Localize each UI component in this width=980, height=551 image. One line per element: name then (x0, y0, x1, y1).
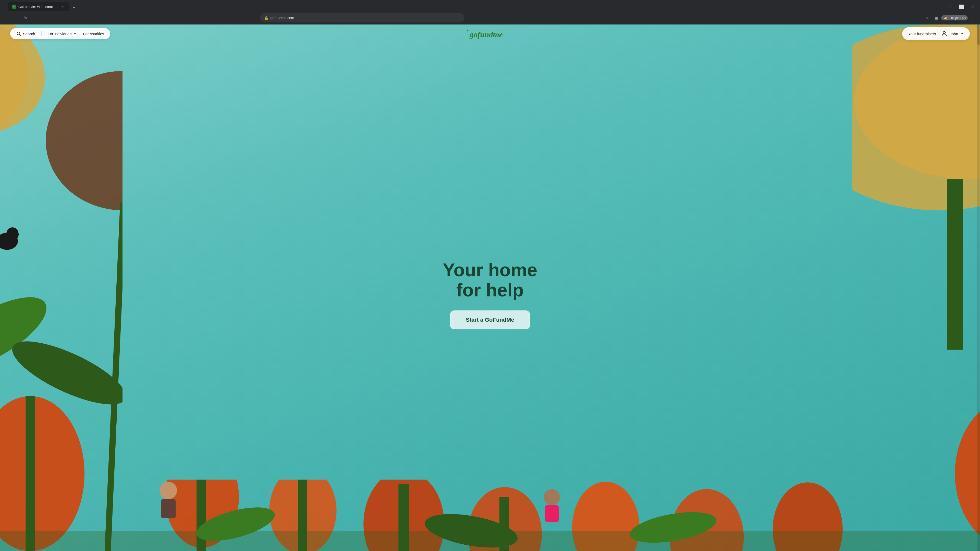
security-icon: 🔒 (264, 16, 269, 20)
user-icon (941, 30, 948, 37)
nav-right: Your fundraisers John (902, 27, 970, 40)
browser-actions: ☆ ▣ 🕵 Incognito (2) ⋮ (923, 14, 977, 22)
search-item[interactable]: Search (16, 32, 35, 36)
hero-title: Your home for help (443, 260, 538, 300)
refresh-button[interactable]: ↻ (21, 14, 30, 22)
tab-favicon: G (12, 5, 16, 9)
browser-chrome: G GoFundMe: #1 Fundraising Pla... × + ─ … (0, 0, 980, 24)
more-options-button[interactable]: ⋮ (969, 14, 977, 22)
svg-point-52 (943, 32, 945, 34)
bookmark-button[interactable]: ☆ (923, 14, 931, 22)
tab-title: GoFundMe: #1 Fundraising Pla... (18, 5, 58, 9)
page-content: Search For individuals For charities gof… (0, 24, 980, 551)
address-bar: ← → ↻ 🔒 gofundme.com ☆ ▣ 🕵 Incognito (2)… (0, 11, 980, 24)
svg-text:gofundme: gofundme (469, 30, 503, 39)
url-text: gofundme.com (270, 16, 294, 20)
reader-mode-button[interactable]: ▣ (932, 14, 940, 22)
nav-buttons: ← → ↻ (3, 14, 30, 22)
your-fundraisers-link[interactable]: Your fundraisers (908, 32, 936, 36)
nav-left: Search For individuals For charities (10, 28, 110, 39)
maximize-button[interactable]: ⬜ (958, 3, 966, 11)
for-individuals-label: For individuals (48, 32, 73, 36)
user-name-label: John (950, 32, 958, 36)
for-charities-menu[interactable]: For charities (83, 32, 104, 36)
forward-button[interactable]: → (12, 14, 21, 22)
user-menu[interactable]: John (941, 30, 964, 37)
new-tab-button[interactable]: + (70, 4, 78, 11)
url-bar[interactable]: 🔒 gofundme.com (260, 13, 464, 22)
incognito-badge: 🕵 Incognito (2) (941, 15, 968, 21)
active-tab[interactable]: G GoFundMe: #1 Fundraising Pla... × (8, 2, 69, 11)
scrollbar-track[interactable] (977, 24, 980, 551)
svg-line-49 (19, 35, 21, 35)
title-bar: G GoFundMe: #1 Fundraising Pla... × + ─ … (0, 0, 980, 11)
gofundme-logo-svg: gofundme ♥ (467, 28, 513, 41)
scrollbar-thumb[interactable] (977, 24, 980, 45)
for-individuals-menu[interactable]: For individuals (48, 32, 77, 36)
minimize-button[interactable]: ─ (946, 3, 955, 11)
start-gofundme-button[interactable]: Start a GoFundMe (450, 310, 530, 329)
hero-content: Your home for help Start a GoFundMe (443, 260, 538, 329)
site-logo[interactable]: gofundme ♥ (467, 28, 513, 41)
chevron-down-icon (960, 32, 964, 35)
svg-text:♥: ♥ (467, 29, 469, 32)
close-button[interactable]: ✕ (969, 3, 977, 11)
tab-close-button[interactable]: × (60, 4, 65, 9)
search-label: Search (23, 32, 35, 36)
back-button[interactable]: ← (3, 14, 11, 22)
tab-bar: G GoFundMe: #1 Fundraising Pla... × + (6, 2, 944, 11)
for-charities-label: For charities (83, 32, 104, 36)
site-nav: Search For individuals For charities gof… (0, 24, 980, 43)
